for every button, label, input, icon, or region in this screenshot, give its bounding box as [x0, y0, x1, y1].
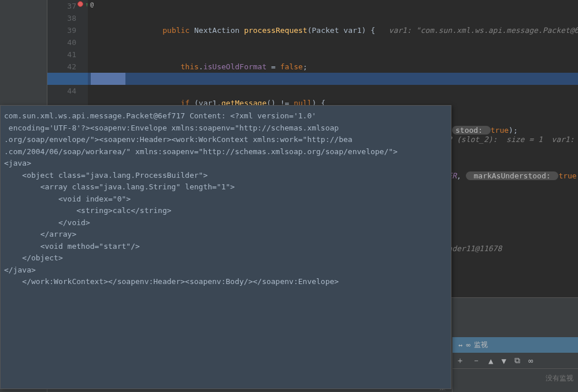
copy-button[interactable]: ⧉ — [514, 356, 520, 365]
line-number: 37 — [47, 0, 76, 12]
watches-header[interactable]: ↔ ∞ 监视 — [453, 337, 578, 353]
breakpoint-icon[interactable] — [77, 1, 83, 7]
overflow-code: stood: true); — [452, 124, 578, 136]
watches-empty: 没有监视 — [453, 369, 578, 388]
remove-watch-button[interactable]: － — [472, 356, 480, 366]
move-up-button[interactable]: ▲ — [488, 356, 493, 365]
add-watch-button[interactable]: ＋ — [456, 356, 464, 366]
code-line[interactable]: this.isUseOldFormat = false; — [88, 61, 578, 73]
move-down-button[interactable]: ▼ — [501, 356, 506, 365]
sync-icon: ↔ — [458, 341, 462, 349]
line-number: 44 — [47, 85, 76, 97]
view-button[interactable]: ∞ — [528, 356, 533, 365]
code-line[interactable]: public NextAction processRequest(Packet … — [88, 24, 578, 36]
line-number: 42 — [47, 61, 76, 73]
param-hint-pill: markAsUnderstood: — [466, 171, 559, 180]
watches-toolbar[interactable]: ＋ － ▲ ▼ ⧉ ∞ — [453, 353, 578, 369]
line-number: 40 — [47, 36, 76, 48]
line-number: 38 — [47, 12, 76, 24]
watches-title: 监视 — [474, 340, 488, 350]
value-tooltip: com.sun.xml.ws.api.message.Packet@6ef717… — [0, 105, 451, 389]
watches-glasses-icon: ∞ — [466, 341, 470, 349]
line-number: 39 — [47, 24, 76, 36]
watches-panel[interactable]: ↔ ∞ 监视 ＋ － ▲ ▼ ⧉ ∞ 没有监视 — [452, 337, 578, 392]
line-number: 41 — [47, 48, 76, 61]
